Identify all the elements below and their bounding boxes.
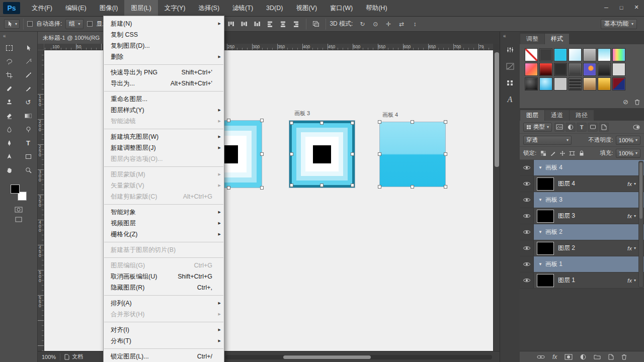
style-gold[interactable] — [598, 77, 611, 90]
menubar-item-file[interactable]: 文件(F) — [25, 0, 59, 17]
quick-mask-icon[interactable] — [15, 207, 23, 213]
lock-artboard-nesting-icon[interactable] — [568, 149, 576, 157]
zoom-level[interactable]: 100% — [42, 354, 56, 360]
lock-all-icon[interactable] — [577, 149, 586, 157]
grid-icon[interactable] — [503, 76, 518, 90]
move-tool[interactable] — [22, 42, 35, 53]
selection-handle[interactable] — [351, 184, 354, 187]
expand-panels-icon[interactable]: « — [500, 32, 520, 40]
letter-a-icon[interactable]: A — [503, 93, 518, 107]
screen-mode-icon[interactable] — [15, 217, 22, 222]
crop-tool[interactable] — [3, 69, 16, 80]
tab-adjustments[interactable]: 调整 — [520, 34, 544, 44]
style-dark-gradient[interactable] — [598, 63, 611, 76]
add-layer-mask-icon[interactable] — [565, 354, 573, 360]
layer-group-row[interactable]: ▼画板 2 — [520, 224, 644, 240]
clear-style-icon[interactable]: ⊘ — [623, 98, 628, 106]
show-transform-checkbox[interactable] — [87, 21, 93, 27]
distribute-left-edges-icon[interactable] — [264, 19, 276, 30]
selection-handle[interactable] — [351, 121, 354, 125]
selection-handle[interactable] — [290, 121, 293, 125]
pen-tool[interactable] — [3, 137, 16, 148]
eye-visibility-toggle[interactable] — [520, 224, 534, 240]
menubar-item-help[interactable]: 帮助(H) — [359, 0, 393, 17]
disclosure-triangle-icon[interactable]: ▼ — [538, 262, 542, 266]
selection-handle[interactable] — [411, 185, 414, 189]
no-style[interactable] — [525, 48, 538, 61]
layer-menu-item-3[interactable]: 删除▶ — [104, 51, 224, 62]
fill-dropdown[interactable]: 100% ▾ — [616, 149, 640, 158]
layer-menu-item-21[interactable]: 视频图层▶ — [104, 218, 224, 229]
eyedropper-tool[interactable] — [22, 69, 35, 80]
selection-handle[interactable] — [260, 186, 264, 190]
style-charcoal[interactable] — [554, 63, 567, 76]
layer-thumbnail[interactable] — [537, 242, 554, 255]
layer-menu-item-36[interactable]: 锁定图层(L)...Ctrl+/ — [104, 351, 224, 362]
maximize-button[interactable]: □ — [614, 2, 629, 13]
distribute-top-edges-icon[interactable] — [225, 19, 237, 30]
new-layer-icon[interactable] — [608, 354, 614, 360]
artboard-label[interactable]: 画板 3 — [294, 110, 310, 117]
style-warm-multi[interactable] — [525, 63, 538, 76]
layer-thumbnail[interactable] — [537, 177, 554, 191]
style-silver[interactable] — [554, 77, 567, 90]
artboard-label[interactable]: 画板 4 — [382, 111, 398, 119]
menubar-item-type[interactable]: 文字(Y) — [158, 0, 192, 17]
tool-preset-picker[interactable]: ▾ — [4, 19, 20, 29]
lock-transparent-pixels-icon[interactable] — [539, 149, 547, 157]
curve-icon[interactable] — [503, 59, 518, 73]
layer-menu-item-34[interactable]: 分布(T)▶ — [104, 335, 224, 346]
style-gray-gradient[interactable] — [569, 63, 582, 76]
clone-stamp-tool[interactable] — [3, 97, 16, 108]
layer-menu-item-0[interactable]: 新建(N)▶ — [104, 18, 224, 29]
layer-menu-item-27[interactable]: 取消画板编组(U)Shift+Ctrl+G — [104, 271, 224, 282]
style-tan[interactable] — [583, 77, 596, 90]
gradient-tool[interactable] — [22, 110, 35, 121]
blend-mode-dropdown[interactable]: 穿透 ▾ — [523, 136, 572, 145]
disclosure-triangle-icon[interactable]: ▼ — [538, 198, 542, 202]
distribute-bottom-edges-icon[interactable] — [251, 19, 263, 30]
selection-handle[interactable] — [260, 152, 264, 156]
foreground-color-swatch[interactable] — [11, 185, 20, 194]
selection-handle[interactable] — [260, 119, 264, 122]
selection-handle[interactable] — [444, 152, 447, 156]
blur-tool[interactable] — [3, 124, 16, 135]
scale-3d-icon[interactable]: ↕ — [409, 19, 421, 30]
layer-menu-item-9[interactable]: 图层样式(Y)▶ — [104, 105, 224, 116]
layer-menu-item-30[interactable]: 排列(A)▶ — [104, 298, 224, 309]
chevron-down-icon[interactable]: ▾ — [634, 182, 636, 186]
style-red-blue[interactable] — [612, 77, 625, 90]
slide-3d-icon[interactable]: ⇄ — [395, 19, 408, 30]
eye-visibility-toggle[interactable] — [520, 208, 534, 224]
document-tab[interactable]: 未标题-1 @ 100%(RG — [38, 32, 105, 44]
type-tool[interactable]: T — [22, 137, 35, 148]
style-black-sphere[interactable] — [525, 77, 538, 90]
filter-kind-dropdown[interactable]: 类型 ▾ — [523, 123, 552, 132]
style-rainbow[interactable] — [612, 48, 625, 61]
layer-menu-item-20[interactable]: 智能对象▶ — [104, 207, 224, 218]
layer-group-row[interactable]: ▼画板 1 — [520, 256, 644, 273]
distribute-right-edges-icon[interactable] — [290, 19, 302, 30]
layer-menu-item-5[interactable]: 快速导出为 PNGShift+Ctrl+' — [104, 67, 224, 78]
selection-handle[interactable] — [378, 120, 381, 124]
magic-wand-tool[interactable] — [22, 56, 35, 67]
orbit-3d-icon[interactable]: ↻ — [356, 19, 368, 30]
style-blue-glossy[interactable] — [539, 77, 552, 90]
selection-handle[interactable] — [290, 152, 293, 156]
zoom-tool[interactable] — [22, 164, 35, 175]
auto-align-layers-icon[interactable] — [310, 19, 322, 30]
menubar-item-view[interactable]: 视图(V) — [289, 0, 324, 17]
opacity-dropdown[interactable]: 100% ▾ — [616, 136, 640, 145]
delete-layer-icon[interactable] — [621, 354, 627, 360]
layer-row[interactable]: 图层 1fx▾ — [520, 273, 644, 289]
history-brush-tool[interactable]: ↺ — [22, 97, 35, 108]
path-selection-tool[interactable] — [3, 151, 16, 162]
layer-menu-item-28[interactable]: 隐藏图层(R)Ctrl+, — [104, 282, 224, 293]
layer-row[interactable]: 图层 4fx▾ — [520, 176, 644, 192]
minimize-button[interactable]: ─ — [599, 2, 614, 13]
vertical-scrollbar[interactable] — [493, 50, 500, 351]
layers-scrollbar[interactable] — [638, 161, 643, 288]
style-light-blue[interactable] — [569, 48, 582, 61]
layer-menu-item-13[interactable]: 新建调整图层(J)▶ — [104, 142, 224, 153]
selection-handle[interactable] — [320, 184, 324, 187]
